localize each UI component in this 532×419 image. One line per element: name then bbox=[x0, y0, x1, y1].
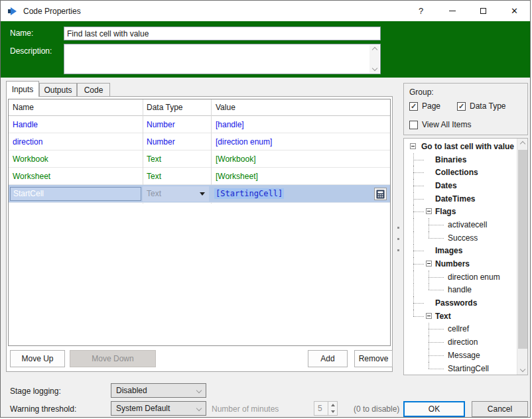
name-input[interactable] bbox=[64, 27, 381, 40]
tree-item-label: direction enum bbox=[448, 272, 500, 282]
collapse-icon[interactable] bbox=[426, 208, 432, 214]
warning-threshold-dropdown[interactable]: System Default bbox=[111, 401, 206, 416]
scroll-up-icon bbox=[371, 47, 377, 52]
spinner-up-icon bbox=[331, 404, 335, 406]
tree-item-label: Images bbox=[435, 246, 462, 255]
expression-editor-button[interactable] bbox=[374, 188, 387, 200]
tree-guide-line bbox=[429, 290, 444, 290]
tree-item[interactable]: Numbers bbox=[405, 257, 516, 270]
tree-item-label: Success bbox=[448, 233, 478, 243]
cell-name: direction bbox=[9, 137, 143, 147]
checkbox-icon bbox=[409, 121, 418, 129]
checkbox-page[interactable]: ✓ Page bbox=[409, 101, 440, 111]
cell-name: Workbook bbox=[9, 154, 143, 164]
group-panel: Group: ✓ Page ✓ Data Type View All Items bbox=[403, 83, 528, 135]
input-row[interactable]: HandleNumber[handle] bbox=[9, 116, 390, 133]
stage-logging-label: Stage logging: bbox=[10, 387, 61, 396]
add-button[interactable]: Add bbox=[308, 350, 348, 367]
tree-item[interactable]: DateTimes bbox=[405, 192, 516, 206]
tree-guide-line bbox=[413, 284, 414, 297]
minimize-button[interactable] bbox=[436, 1, 468, 21]
tree-item-label: activatecell bbox=[448, 220, 487, 229]
tree-guide-line bbox=[429, 369, 444, 369]
tree-item[interactable]: direction enum bbox=[405, 270, 516, 284]
close-button[interactable]: ✕ bbox=[499, 1, 530, 21]
scroll-up-icon bbox=[520, 141, 525, 147]
tree-item[interactable]: Collections bbox=[405, 166, 516, 179]
tree-guide-line bbox=[429, 329, 444, 329]
tree-item[interactable]: Passwords bbox=[405, 296, 516, 310]
tree-guide-line bbox=[413, 264, 424, 265]
dropdown-chevron-icon bbox=[196, 388, 202, 393]
scroll-down-icon bbox=[371, 66, 377, 71]
dropdown-chevron-icon bbox=[196, 406, 202, 411]
collapse-icon[interactable] bbox=[410, 143, 416, 149]
spinner-down-button[interactable] bbox=[328, 408, 337, 415]
scroll-down-arrow[interactable] bbox=[517, 364, 528, 375]
stage-logging-dropdown[interactable]: Disabled bbox=[111, 383, 206, 398]
tree-item[interactable]: Success bbox=[405, 231, 516, 245]
scrollbar-thumb[interactable] bbox=[518, 150, 527, 349]
tree-guide-line bbox=[413, 172, 424, 173]
properties-header: Name: Description: bbox=[1, 21, 530, 78]
tab-outputs[interactable]: Outputs bbox=[39, 83, 77, 97]
checkbox-datatype[interactable]: ✓ Data Type bbox=[457, 101, 505, 111]
input-row-selected[interactable]: StartCellText[StartingCell] bbox=[9, 185, 390, 203]
tree-item[interactable]: direction bbox=[405, 335, 516, 349]
tree-item[interactable]: handle bbox=[405, 284, 516, 297]
collapse-icon[interactable] bbox=[426, 313, 432, 319]
column-header-value: Value bbox=[211, 103, 390, 112]
tree-item[interactable]: StartingCell bbox=[405, 362, 516, 374]
tab-code[interactable]: Code bbox=[77, 83, 110, 97]
tree-item-label: Binaries bbox=[435, 155, 466, 164]
data-items-tree: Go to last cell with valueBinariesCollec… bbox=[403, 138, 528, 375]
tree-item-label: cellref bbox=[448, 324, 469, 333]
splitter-handle[interactable] bbox=[397, 249, 399, 251]
group-label: Group: bbox=[409, 88, 434, 97]
tree-guide-line bbox=[413, 316, 424, 317]
input-row[interactable]: WorksheetText[Worksheet] bbox=[9, 168, 390, 185]
tree-guide-line bbox=[413, 310, 414, 316]
zero-to-disable-hint: (0 to disable) bbox=[354, 404, 399, 414]
tree-guide-line bbox=[413, 199, 424, 200]
tree-guide-line bbox=[429, 277, 444, 278]
cell-value: [Workbook] bbox=[211, 154, 390, 164]
value-editor[interactable]: [StartingCell] bbox=[214, 188, 284, 199]
tree-item[interactable]: Go to last cell with value bbox=[405, 140, 516, 153]
scroll-up-arrow[interactable] bbox=[517, 139, 528, 149]
tree-scrollbar[interactable] bbox=[517, 139, 527, 375]
remove-button[interactable]: Remove bbox=[354, 350, 393, 367]
ok-button[interactable]: OK bbox=[403, 401, 465, 417]
description-scrollbar[interactable] bbox=[369, 45, 379, 73]
description-textarea[interactable] bbox=[64, 44, 381, 74]
tree-item[interactable]: Binaries bbox=[405, 153, 516, 166]
cell-name: Handle bbox=[9, 120, 143, 129]
maximize-button[interactable] bbox=[468, 1, 499, 21]
splitter-handle[interactable] bbox=[397, 238, 399, 240]
datatype-dropdown[interactable]: Text bbox=[143, 186, 209, 202]
tree-guide-line bbox=[429, 342, 444, 343]
tab-inputs[interactable]: Inputs bbox=[6, 81, 39, 97]
tree-item[interactable]: Images bbox=[405, 245, 516, 258]
checkbox-view-all-items[interactable]: View All Items bbox=[409, 120, 471, 129]
tree-item[interactable]: Flags bbox=[405, 205, 516, 218]
tree-guide-line bbox=[429, 284, 429, 290]
name-editor[interactable]: StartCell bbox=[10, 187, 141, 201]
spinner-up-button[interactable] bbox=[328, 402, 337, 408]
tree-item[interactable]: Text bbox=[405, 310, 516, 323]
stage-logging-value: Disabled bbox=[116, 386, 147, 395]
input-row[interactable]: WorkbookText[Workbook] bbox=[9, 150, 390, 168]
move-up-button[interactable]: Move Up bbox=[10, 350, 65, 367]
cancel-button[interactable]: Cancel bbox=[472, 401, 528, 417]
input-row[interactable]: directionNumber[direction enum] bbox=[9, 133, 390, 150]
help-button[interactable]: ? bbox=[405, 1, 436, 21]
tree-item[interactable]: Message bbox=[405, 349, 516, 362]
calculator-icon bbox=[376, 190, 385, 199]
tree-item[interactable]: cellref bbox=[405, 323, 516, 336]
move-down-button: Move Down bbox=[70, 350, 156, 367]
collapse-icon[interactable] bbox=[426, 261, 432, 267]
splitter-handle[interactable] bbox=[397, 227, 399, 229]
tree-item[interactable]: Dates bbox=[405, 179, 516, 192]
minutes-spinner[interactable]: 5 bbox=[314, 401, 338, 416]
tree-item[interactable]: activatecell bbox=[405, 218, 516, 231]
